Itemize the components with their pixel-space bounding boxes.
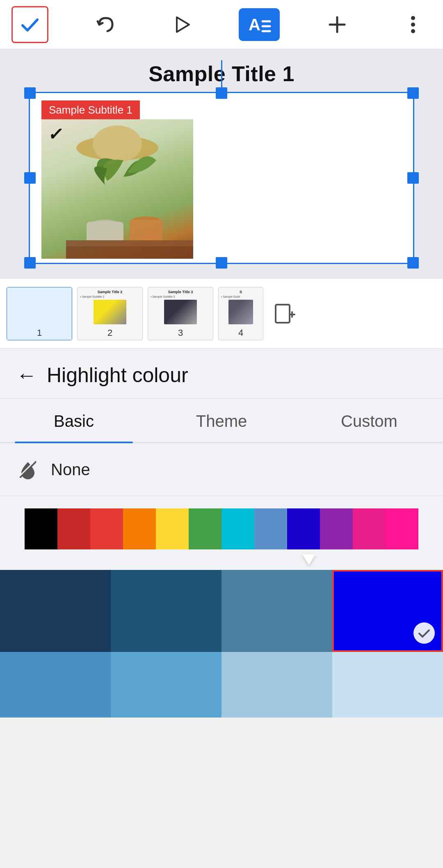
tabs-row: Basic Theme Custom bbox=[0, 399, 443, 443]
slide-subtitle: Sample Subtitle 1 bbox=[41, 100, 140, 120]
selected-strip-indicator bbox=[302, 554, 315, 565]
svg-point-11 bbox=[93, 125, 142, 162]
undo-button[interactable] bbox=[87, 6, 124, 43]
slide-thumb-subtitle-2: • Sample Subtitle 2 bbox=[80, 295, 140, 298]
color-strip bbox=[25, 508, 418, 549]
svg-marker-0 bbox=[177, 17, 189, 32]
slide-thumb-subtitle-4: • Sample Subti bbox=[221, 295, 260, 298]
svg-rect-15 bbox=[130, 220, 162, 242]
color-swatch-cyan[interactable] bbox=[222, 508, 254, 549]
no-color-icon bbox=[16, 458, 39, 481]
tab-custom[interactable]: Custom bbox=[295, 399, 443, 442]
resize-handle-tr[interactable] bbox=[407, 87, 419, 99]
resize-handle-br[interactable] bbox=[407, 257, 419, 269]
color-cell-dark-blue[interactable] bbox=[111, 570, 222, 652]
slide-number-3: 3 bbox=[148, 328, 213, 338]
slide-thumb-title-3: Sample Title 3 bbox=[151, 290, 210, 294]
slide-thumb-3[interactable]: Sample Title 3 • Sample Subtitle 3 3 bbox=[148, 287, 213, 340]
more-options-button[interactable] bbox=[395, 6, 432, 43]
color-cell-steel-blue[interactable] bbox=[0, 652, 111, 718]
color-cell-medium-blue[interactable] bbox=[222, 570, 332, 652]
bottom-panel: ← Highlight colour Basic Theme Custom No… bbox=[0, 349, 443, 718]
slide-content-wrapper[interactable]: Sample Subtitle 1 ✓ bbox=[29, 92, 414, 264]
color-cell-pale-blue[interactable] bbox=[332, 652, 443, 718]
none-label: None bbox=[51, 460, 90, 479]
slide-thumb-image-3 bbox=[164, 300, 197, 324]
slide-thumb-image-4 bbox=[228, 300, 253, 324]
slide-thumb-2[interactable]: Sample Title 2 • Sample Subtitle 2 2 bbox=[77, 287, 143, 340]
color-swatch-pink[interactable] bbox=[353, 508, 386, 549]
panel-title: Highlight colour bbox=[47, 363, 188, 387]
color-swatch-orange[interactable] bbox=[123, 508, 156, 549]
slide-number-4: 4 bbox=[219, 328, 263, 338]
panel-header: ← Highlight colour bbox=[0, 349, 443, 399]
play-button[interactable] bbox=[163, 6, 200, 43]
resize-handle-bc[interactable] bbox=[216, 257, 227, 269]
add-button[interactable] bbox=[319, 6, 356, 43]
svg-point-9 bbox=[411, 29, 415, 33]
resize-handle-mr[interactable] bbox=[407, 172, 419, 184]
slide-strip: 1 Sample Title 2 • Sample Subtitle 2 2 S… bbox=[0, 279, 443, 349]
color-swatch-green[interactable] bbox=[189, 508, 222, 549]
slide-number-1: 1 bbox=[7, 328, 72, 338]
color-cell-light-blue[interactable] bbox=[222, 652, 332, 718]
resize-handle-tc[interactable] bbox=[216, 87, 227, 99]
color-cell-cornflower[interactable] bbox=[111, 652, 222, 718]
back-button[interactable]: ← bbox=[16, 365, 37, 385]
color-cell-pure-blue[interactable] bbox=[332, 570, 443, 652]
slide-thumb-4[interactable]: S • Sample Subti 4 bbox=[218, 287, 263, 340]
color-swatch-blue[interactable] bbox=[287, 508, 320, 549]
none-row[interactable]: None bbox=[0, 443, 443, 496]
add-slide-button[interactable] bbox=[268, 293, 301, 334]
color-swatch-purple[interactable] bbox=[320, 508, 353, 549]
color-swatch-darkred[interactable] bbox=[57, 508, 90, 549]
tab-basic[interactable]: Basic bbox=[0, 399, 148, 442]
resize-handle-tl[interactable] bbox=[24, 87, 36, 99]
svg-point-7 bbox=[411, 16, 415, 20]
color-swatch-yellow[interactable] bbox=[156, 508, 189, 549]
color-swatch-lightblue[interactable] bbox=[254, 508, 287, 549]
color-swatch-red[interactable] bbox=[90, 508, 123, 549]
color-cell-dark-navy[interactable] bbox=[0, 570, 111, 652]
color-grid-row2 bbox=[0, 652, 443, 718]
slide-thumb-title-2: Sample Title 2 bbox=[80, 290, 140, 294]
text-format-button[interactable]: A bbox=[239, 8, 280, 41]
svg-rect-17 bbox=[66, 246, 193, 259]
slide-number-2: 2 bbox=[78, 328, 142, 338]
tab-theme[interactable]: Theme bbox=[148, 399, 295, 442]
svg-point-8 bbox=[411, 23, 415, 27]
slide-thumb-image-2 bbox=[94, 300, 126, 324]
svg-text:A: A bbox=[249, 16, 260, 34]
toolbar: A bbox=[0, 0, 443, 49]
color-grid bbox=[0, 570, 443, 652]
svg-rect-18 bbox=[276, 305, 290, 323]
slide-image: ✓ bbox=[41, 119, 193, 259]
color-strip-container bbox=[12, 508, 431, 549]
confirm-button[interactable] bbox=[11, 6, 48, 43]
slide-thumb-title-4: S bbox=[221, 290, 260, 294]
slide-canvas: Sample Title 1 Sample Subtitle 1 ✓ bbox=[0, 49, 443, 279]
slide-thumb-1[interactable]: 1 bbox=[7, 287, 72, 340]
slide-thumb-subtitle-3: • Sample Subtitle 3 bbox=[151, 295, 210, 298]
color-swatch-hotpink[interactable] bbox=[386, 508, 418, 549]
selected-check-icon bbox=[413, 622, 435, 644]
resize-handle-bl[interactable] bbox=[24, 257, 36, 269]
resize-handle-ml[interactable] bbox=[24, 172, 36, 184]
color-swatch-black[interactable] bbox=[25, 508, 57, 549]
